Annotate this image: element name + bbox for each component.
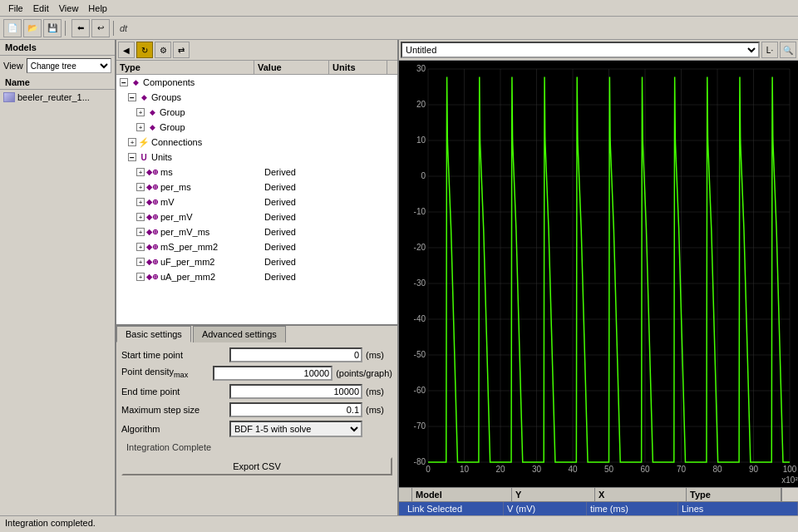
toolbar-btn2[interactable]: ↩: [91, 19, 110, 37]
tree-row-mv[interactable]: + ◆⊕ mV Derived: [116, 195, 397, 209]
toolbar-btn1[interactable]: ⬅: [71, 19, 90, 37]
tree-row-group1[interactable]: + ◆ Group: [116, 105, 397, 120]
tree-value-ua-per-mm2: Derived: [264, 272, 339, 282]
point-density-input[interactable]: [213, 366, 332, 381]
tree-name-components: Components: [141, 77, 264, 87]
max-step-label: Maximum step size: [121, 405, 229, 415]
tree-name-per-ms: per_ms: [159, 182, 264, 192]
tree-name-mv: mV: [159, 197, 264, 207]
tree-expand-connections[interactable]: +: [128, 138, 136, 146]
start-time-row: Start time point (ms): [121, 347, 392, 362]
toolbar-new[interactable]: 📄: [3, 19, 22, 37]
tree-forward-btn[interactable]: ↻: [136, 42, 153, 58]
legend-col-type: Type: [687, 488, 781, 501]
algorithm-label: Algorithm: [121, 424, 229, 434]
end-time-input[interactable]: [229, 384, 362, 399]
tree-expand-group1[interactable]: +: [136, 108, 145, 116]
tree-col-value: Value: [254, 61, 329, 74]
tree-name-per-mv: per_mV: [159, 212, 264, 222]
algorithm-row: Algorithm BDF 1-5 with solve Forward Eul…: [121, 421, 392, 437]
tree-row-group2[interactable]: + ◆ Group: [116, 120, 397, 135]
tree-expand-groups[interactable]: −: [128, 93, 136, 101]
models-panel: Models View Change tree Name beeler_reut…: [0, 40, 116, 515]
view-select[interactable]: Change tree: [27, 58, 111, 73]
tree-value-per-mv: Derived: [264, 212, 339, 222]
export-csv-button[interactable]: Export CSV: [121, 457, 392, 475]
toolbar-label: dt: [120, 23, 127, 33]
tree-col-units: Units: [329, 61, 387, 74]
end-time-unit: (ms): [366, 387, 384, 397]
menu-file[interactable]: File: [3, 2, 28, 14]
main-toolbar: 📄 📂 💾 ⬅ ↩ dt: [0, 17, 798, 40]
tree-expand-ms[interactable]: +: [136, 168, 145, 176]
settings-tabs: Basic settings Advanced settings: [116, 326, 397, 342]
tree-row-units[interactable]: − U Units: [116, 150, 397, 165]
chart-area: [399, 61, 798, 487]
tab-basic-settings[interactable]: Basic settings: [116, 326, 191, 342]
tree-icon-components: ◆: [130, 76, 141, 88]
tree-icon-groups: ◆: [138, 91, 150, 103]
tree-expand-per-mv[interactable]: +: [136, 213, 145, 221]
view-row: View Change tree: [0, 56, 115, 76]
tree-expand-group2[interactable]: +: [136, 123, 145, 131]
tree-header: Type Value Units: [116, 61, 397, 75]
tree-expand-per-ms[interactable]: +: [136, 183, 145, 191]
menu-view[interactable]: View: [54, 2, 84, 14]
view-label: View: [3, 61, 23, 71]
tree-row-per-ms[interactable]: + ◆⊕ per_ms Derived: [116, 180, 397, 195]
tree-icon-connections: ⚡: [138, 136, 150, 148]
menu-help[interactable]: Help: [83, 2, 112, 14]
tree-refresh-btn[interactable]: ⚙: [155, 42, 171, 58]
tree-expand-ua-per-mm2[interactable]: +: [136, 273, 145, 281]
chart-panel: Untitled L· 🔍 Model Y X Type Link Select…: [399, 40, 798, 515]
tree-row-groups[interactable]: − ◆ Groups: [116, 90, 397, 105]
chart-legend: Model Y X Type Link Selected V (mV) time…: [399, 487, 798, 515]
tree-value-mv: Derived: [264, 197, 339, 207]
chart-toolbar: Untitled L· 🔍: [399, 40, 798, 61]
tree-name-ua-per-mm2: uA_per_mm2: [159, 272, 264, 282]
toolbar-save[interactable]: 💾: [43, 19, 62, 37]
tree-row-ms-per-mm2[interactable]: + ◆⊕ mS_per_mm2 Derived: [116, 239, 397, 254]
tree-icon-ms: ◆⊕: [146, 168, 159, 176]
algorithm-select[interactable]: BDF 1-5 with solve Forward Euler RK4: [229, 421, 362, 437]
start-time-input[interactable]: [229, 347, 362, 362]
tree-value-ms: Derived: [264, 167, 339, 177]
tree-row-ua-per-mm2[interactable]: + ◆⊕ uA_per_mm2 Derived: [116, 269, 397, 284]
tree-row-components[interactable]: − ◆ Components: [116, 75, 397, 90]
tab-advanced-settings[interactable]: Advanced settings: [193, 326, 286, 342]
tree-sync-btn[interactable]: ⇄: [173, 42, 190, 58]
legend-btn-space: [781, 488, 798, 501]
menu-edit[interactable]: Edit: [28, 2, 54, 14]
tree-expand-mv[interactable]: +: [136, 198, 145, 206]
tree-expand-ms-per-mm2[interactable]: +: [136, 243, 145, 251]
model-item[interactable]: beeler_reuter_1...: [0, 90, 115, 105]
tree-icon-per-mv-ms: ◆⊕: [146, 228, 159, 236]
tree-row-per-mv-ms[interactable]: + ◆⊕ per_mV_ms Derived: [116, 224, 397, 239]
tree-row-uf-per-mm2[interactable]: + ◆⊕ uF_per_mm2 Derived: [116, 254, 397, 269]
tree-icon-group1: ◆: [146, 106, 158, 118]
tree-expand-components[interactable]: −: [120, 78, 128, 86]
tree-value-per-ms: Derived: [264, 182, 339, 192]
max-step-input[interactable]: [229, 402, 362, 417]
end-time-label: End time point: [121, 387, 229, 397]
max-step-unit: (ms): [366, 405, 384, 415]
tree-name-uf-per-mm2: uF_per_mm2: [159, 257, 264, 267]
settings-content: Start time point (ms) Point densitymax (…: [116, 342, 397, 480]
tree-row-per-mv[interactable]: + ◆⊕ per_mV Derived: [116, 209, 397, 224]
legend-header: Model Y X Type: [399, 488, 798, 502]
toolbar-open[interactable]: 📂: [23, 19, 42, 37]
tree-expand-units[interactable]: −: [128, 153, 136, 161]
tree-name-connections: Connections: [150, 137, 264, 147]
tree-scroll[interactable]: − ◆ Components − ◆ Groups + ◆ Group: [116, 75, 397, 324]
legend-row-0[interactable]: Link Selected V (mV) time (ms) Lines: [399, 502, 798, 515]
chart-btn-l[interactable]: L·: [761, 42, 778, 58]
tree-row-ms[interactable]: + ◆⊕ ms Derived: [116, 165, 397, 180]
chart-title-select[interactable]: Untitled: [401, 42, 760, 58]
tree-col-type: Type: [116, 61, 254, 74]
chart-btn-zoom[interactable]: 🔍: [780, 42, 796, 58]
tree-back-btn[interactable]: ◀: [118, 42, 135, 58]
tree-expand-uf-per-mm2[interactable]: +: [136, 258, 145, 266]
tree-row-connections[interactable]: + ⚡ Connections: [116, 135, 397, 150]
tree-expand-per-mv-ms[interactable]: +: [136, 228, 145, 236]
tree-name-units: Units: [150, 152, 264, 162]
